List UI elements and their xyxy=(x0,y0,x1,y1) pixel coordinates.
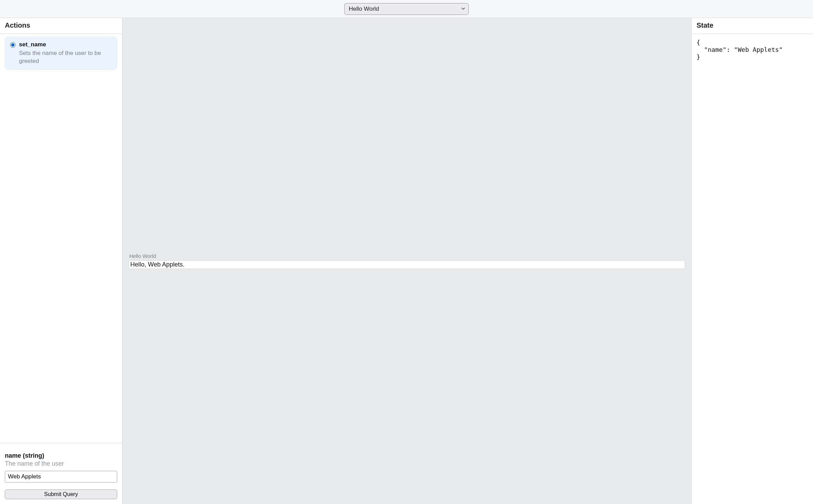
action-radio[interactable] xyxy=(10,42,16,48)
state-header: State xyxy=(692,18,813,34)
main-layout: Actions set_name Sets the name of the us… xyxy=(0,18,813,504)
action-item-set-name[interactable]: set_name Sets the name of the user to be… xyxy=(5,37,117,70)
actions-list: set_name Sets the name of the user to be… xyxy=(0,34,122,443)
action-name-label: set_name xyxy=(19,41,112,48)
applet-select-wrap: Hello World xyxy=(344,3,469,15)
preview-body: Hello, Web Applets. xyxy=(129,260,685,269)
param-label: name (string) xyxy=(5,452,117,459)
state-json: { "name": "Web Applets" } xyxy=(692,34,813,65)
right-panel: State { "name": "Web Applets" } xyxy=(691,18,813,504)
topbar: Hello World xyxy=(0,0,813,18)
param-help: The name of the user xyxy=(5,460,117,467)
applet-select[interactable]: Hello World xyxy=(344,3,469,15)
preview-title: Hello World xyxy=(129,253,685,260)
submit-row: Submit Query xyxy=(5,489,117,499)
left-panel: Actions set_name Sets the name of the us… xyxy=(0,18,122,504)
param-panel: name (string) The name of the user Submi… xyxy=(0,443,122,504)
preview-panel: Hello World Hello, Web Applets. xyxy=(122,18,691,504)
action-description: Sets the name of the user to be greeted xyxy=(19,49,112,65)
preview-inner: Hello World Hello, Web Applets. xyxy=(129,253,685,269)
action-radio-holder xyxy=(10,41,16,65)
action-text-block: set_name Sets the name of the user to be… xyxy=(19,41,112,65)
name-input[interactable] xyxy=(5,471,117,483)
actions-header: Actions xyxy=(0,18,122,34)
submit-query-button[interactable]: Submit Query xyxy=(5,489,117,499)
